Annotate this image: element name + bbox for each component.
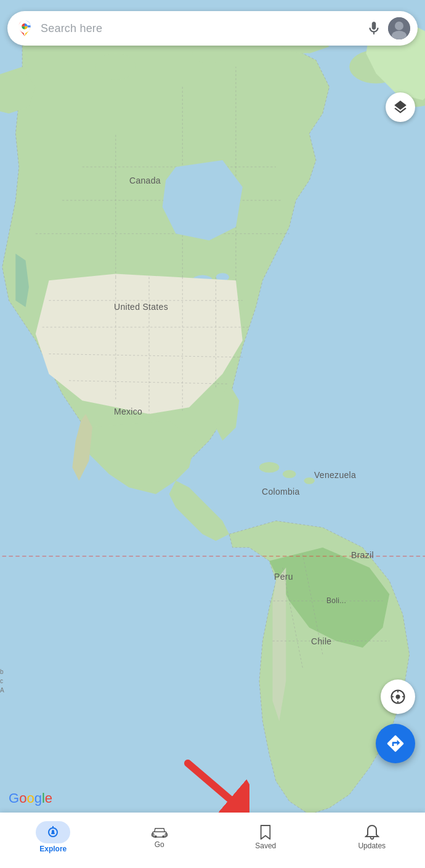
bottom-nav: Explore Go Saved Updates	[0, 813, 425, 868]
google-o2: o	[26, 790, 34, 806]
google-watermark: Google	[9, 790, 52, 806]
nav-label-go: Go	[155, 840, 164, 849]
google-o1: o	[19, 790, 26, 806]
nav-label-updates: Updates	[358, 842, 386, 850]
svg-point-10	[283, 470, 296, 478]
google-e: e	[45, 790, 52, 806]
map-svg	[0, 0, 425, 868]
nav-item-explore[interactable]: Explore	[28, 821, 78, 853]
saved-icon	[259, 824, 272, 840]
location-button[interactable]: ?	[381, 679, 415, 714]
google-g2: g	[34, 790, 42, 806]
user-avatar[interactable]	[388, 17, 410, 39]
svg-point-11	[304, 477, 314, 484]
layers-icon	[392, 99, 408, 115]
svg-point-46	[52, 830, 54, 832]
map-container[interactable]: Canada United States Mexico Colombia Ven…	[0, 0, 425, 868]
svg-point-9	[259, 462, 280, 473]
directions-fab[interactable]	[376, 724, 415, 763]
nav-icon-explore-bg	[36, 821, 70, 843]
svg-point-34	[395, 22, 403, 30]
svg-text:?: ?	[397, 696, 400, 701]
svg-point-50	[154, 835, 156, 838]
red-arrow	[176, 751, 249, 813]
svg-point-51	[162, 835, 164, 838]
svg-point-2	[192, 43, 225, 63]
search-input[interactable]: Search here	[41, 22, 366, 35]
nav-item-updates[interactable]: Updates	[347, 824, 397, 850]
layers-button[interactable]	[386, 92, 415, 122]
nav-label-saved: Saved	[255, 842, 276, 850]
svg-point-1	[95, 54, 136, 80]
microphone-icon[interactable]	[366, 20, 382, 36]
google-maps-logo-icon	[15, 18, 34, 38]
nav-item-saved[interactable]: Saved	[241, 824, 290, 850]
compass-icon: ?	[389, 688, 407, 705]
svg-line-44	[188, 763, 230, 799]
updates-icon	[365, 824, 379, 840]
search-bar[interactable]: Search here	[7, 11, 418, 46]
nav-item-go[interactable]: Go	[135, 825, 184, 849]
directions-icon	[386, 734, 405, 753]
go-icon	[151, 825, 168, 839]
google-G: G	[9, 790, 19, 806]
explore-icon	[46, 824, 60, 838]
nav-label-explore: Explore	[39, 845, 67, 853]
